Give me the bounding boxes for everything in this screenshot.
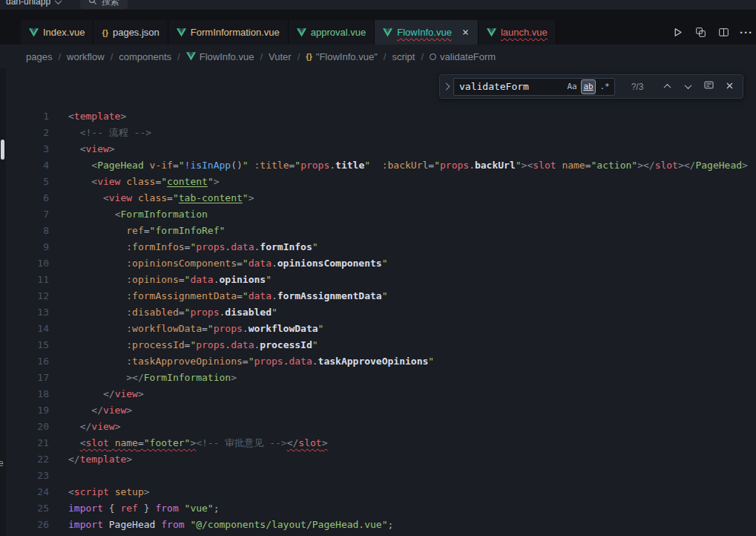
code-line-12[interactable]: 12 :formAssignmentData="data.formAssignm… (0, 288, 756, 304)
code-token: v-if (150, 160, 173, 171)
code-line-7[interactable]: 7 <FormInformation (0, 206, 756, 223)
code-line-5[interactable]: 5 <view class="content"> (0, 174, 756, 190)
line-number[interactable]: 23 (0, 468, 49, 484)
code-token: " (382, 290, 388, 301)
code-line-4[interactable]: 4 <PageHead v-if="!isInApp()" :title="pr… (0, 157, 756, 174)
line-number[interactable]: 3 (0, 141, 49, 157)
code-token: " (208, 176, 214, 187)
code-line-22[interactable]: 22</template> (0, 451, 756, 468)
close-find-button[interactable] (722, 79, 737, 94)
previous-match-button[interactable] (660, 79, 674, 94)
tab-forminformation.vue[interactable]: FormInformation.vue (168, 20, 289, 45)
code-line-19[interactable]: 19 </view> (0, 402, 756, 419)
search-button[interactable]: 搜索 (80, 0, 128, 9)
find-in-selection-button[interactable] (701, 79, 716, 94)
line-number[interactable]: 19 (0, 402, 49, 419)
code-area[interactable]: 1<template>2 <!-- 流程 -->3 <view>4 <PageH… (0, 68, 756, 533)
code-token: > (126, 372, 132, 383)
line-number[interactable]: 25 (0, 500, 49, 517)
line-number[interactable]: 14 (0, 321, 49, 337)
line-number[interactable]: 10 (0, 255, 49, 272)
code-line-20[interactable]: 20 </view> (0, 419, 756, 435)
code-line-8[interactable]: 8 ref="formInfoRef" (0, 223, 756, 239)
code-token: :backUrl (382, 160, 429, 171)
open-changes-button[interactable] (692, 24, 709, 41)
line-number[interactable]: 9 (0, 239, 49, 255)
code-line-25[interactable]: 25import { ref } from "vue"; (0, 500, 756, 517)
line-number[interactable]: 24 (0, 484, 49, 500)
workspace-name[interactable]: dan-uniapp (6, 0, 50, 7)
code-line-17[interactable]: 17 ></FormInformation> (0, 370, 756, 386)
code-token (68, 437, 80, 448)
line-number[interactable]: 17 (0, 370, 49, 386)
breadcrumb-item-workflow[interactable]: workflow (67, 51, 105, 62)
split-editor-button[interactable] (715, 24, 732, 41)
code-line-16[interactable]: 16 :taskApproveOpinions="props.data.task… (0, 353, 756, 370)
close-icon[interactable] (461, 28, 470, 36)
line-number[interactable]: 22 (0, 451, 49, 468)
tab-approval.vue[interactable]: approval.vue (289, 20, 375, 45)
line-number[interactable]: 18 (0, 386, 49, 402)
line-number[interactable]: 13 (0, 304, 49, 321)
code-token: FormInformation (144, 372, 231, 383)
code-line-6[interactable]: 6 <view class="tab-content"> (0, 190, 756, 206)
line-number[interactable]: 20 (0, 419, 49, 435)
code-line-24[interactable]: 24<script setup> (0, 484, 756, 500)
tab-index.vue[interactable]: Index.vue (21, 20, 93, 45)
editor[interactable]: validateForm Aaab.* ?/3 1<template>2 <!-… (0, 68, 756, 536)
line-number[interactable]: 4 (0, 157, 49, 174)
breadcrumb-item-vuter[interactable]: Vuter (269, 51, 292, 62)
code-line-23[interactable]: 23 (0, 468, 756, 484)
vue-file-icon (29, 28, 39, 37)
whole-word-option[interactable]: ab (581, 79, 596, 94)
code-line-15[interactable]: 15 :processId="props.data.processId" (0, 337, 756, 353)
regex-option[interactable]: .* (597, 79, 612, 94)
tab-pages.json[interactable]: {}pages.json (93, 20, 168, 45)
code-token: () (231, 160, 243, 171)
left-scrollbar-thumb[interactable] (1, 140, 4, 160)
match-case-option[interactable]: Aa (565, 79, 579, 94)
line-number[interactable]: 6 (0, 190, 49, 206)
next-match-button[interactable] (680, 79, 695, 94)
line-number[interactable]: 7 (0, 206, 49, 223)
breadcrumb-item-flowinfo.vue[interactable]: {}"FlowInfo.vue" (306, 51, 378, 62)
code-line-18[interactable]: 18 </view> (0, 386, 756, 402)
code-line-13[interactable]: 13 :disabled="props.disabled" (0, 304, 756, 321)
line-number[interactable]: 2 (0, 125, 49, 141)
breadcrumb-item-validateform[interactable]: validateForm (430, 51, 496, 62)
run-button[interactable] (669, 24, 686, 41)
line-number[interactable]: 11 (0, 272, 49, 288)
line-number[interactable]: 5 (0, 174, 49, 190)
code-line-9[interactable]: 9 :formInfos="props.data.formInfos" (0, 239, 756, 255)
code-text: :workflowData="props.workflowData" (49, 321, 323, 337)
line-number[interactable]: 1 (0, 108, 49, 125)
breadcrumb-item-components[interactable]: components (119, 51, 171, 62)
toggle-replace-button[interactable] (440, 75, 452, 98)
tab-flowinfo.vue[interactable]: FlowInfo.vue (375, 20, 479, 45)
code-text: </view> (49, 386, 144, 402)
breadcrumb-item-flowinfo.vue[interactable]: FlowInfo.vue (186, 51, 254, 62)
find-input[interactable]: validateForm Aaab.* (453, 78, 615, 96)
line-number[interactable]: 8 (0, 223, 49, 239)
code-line-11[interactable]: 11 :opinions="data.opinions" (0, 272, 756, 288)
code-line-21[interactable]: 21 <slot name="footer"><!-- 审批意见 --></sl… (0, 435, 756, 451)
more-actions-button[interactable]: ··· (738, 24, 755, 41)
line-number[interactable]: 26 (0, 517, 49, 533)
breadcrumb-label: script (392, 51, 415, 62)
code-token: " (318, 323, 324, 334)
line-number[interactable]: 12 (0, 288, 49, 304)
breadcrumb-item-pages[interactable]: pages (26, 51, 52, 62)
line-number[interactable]: 16 (0, 353, 49, 370)
tab-label: FormInformation.vue (191, 27, 280, 38)
breadcrumb-item-script[interactable]: script (392, 51, 415, 62)
tab-launch.vue[interactable]: launch.vue (479, 20, 556, 45)
code-line-14[interactable]: 14 :workflowData="props.workflowData" (0, 321, 756, 337)
code-line-2[interactable]: 2 <!-- 流程 --> (0, 125, 756, 141)
code-text: <view class="tab-content"> (49, 190, 254, 206)
line-number[interactable]: 21 (0, 435, 49, 451)
code-line-10[interactable]: 10 :opinionsComponents="data.opinionsCom… (0, 255, 756, 272)
code-line-1[interactable]: 1<template> (0, 108, 756, 125)
code-line-26[interactable]: 26import PageHead from "@/components/lay… (0, 517, 756, 533)
code-line-3[interactable]: 3 <view> (0, 141, 756, 157)
line-number[interactable]: 15 (0, 337, 49, 353)
